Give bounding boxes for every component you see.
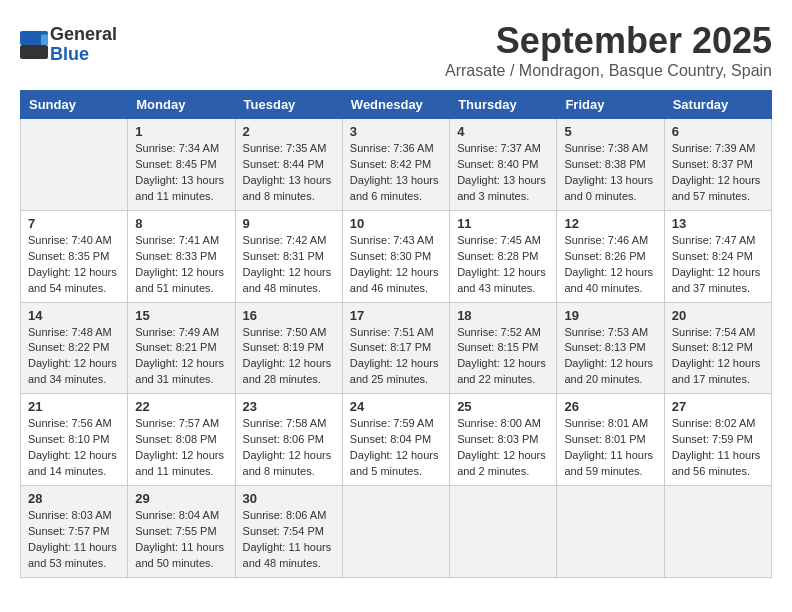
- calendar-cell: 3Sunrise: 7:36 AM Sunset: 8:42 PM Daylig…: [342, 119, 449, 211]
- day-info: Sunrise: 7:34 AM Sunset: 8:45 PM Dayligh…: [135, 141, 227, 205]
- day-number: 21: [28, 399, 120, 414]
- calendar-cell: [21, 119, 128, 211]
- day-number: 23: [243, 399, 335, 414]
- day-info: Sunrise: 7:35 AM Sunset: 8:44 PM Dayligh…: [243, 141, 335, 205]
- day-number: 20: [672, 308, 764, 323]
- day-number: 27: [672, 399, 764, 414]
- day-info: Sunrise: 7:49 AM Sunset: 8:21 PM Dayligh…: [135, 325, 227, 389]
- calendar-cell: 4Sunrise: 7:37 AM Sunset: 8:40 PM Daylig…: [450, 119, 557, 211]
- calendar-cell: [664, 486, 771, 578]
- day-number: 22: [135, 399, 227, 414]
- day-info: Sunrise: 7:41 AM Sunset: 8:33 PM Dayligh…: [135, 233, 227, 297]
- calendar-cell: 8Sunrise: 7:41 AM Sunset: 8:33 PM Daylig…: [128, 210, 235, 302]
- calendar-cell: 29Sunrise: 8:04 AM Sunset: 7:55 PM Dayli…: [128, 486, 235, 578]
- day-info: Sunrise: 7:52 AM Sunset: 8:15 PM Dayligh…: [457, 325, 549, 389]
- calendar-cell: 20Sunrise: 7:54 AM Sunset: 8:12 PM Dayli…: [664, 302, 771, 394]
- calendar-cell: 17Sunrise: 7:51 AM Sunset: 8:17 PM Dayli…: [342, 302, 449, 394]
- day-info: Sunrise: 8:02 AM Sunset: 7:59 PM Dayligh…: [672, 416, 764, 480]
- day-info: Sunrise: 7:47 AM Sunset: 8:24 PM Dayligh…: [672, 233, 764, 297]
- day-info: Sunrise: 7:37 AM Sunset: 8:40 PM Dayligh…: [457, 141, 549, 205]
- day-number: 17: [350, 308, 442, 323]
- calendar-cell: 30Sunrise: 8:06 AM Sunset: 7:54 PM Dayli…: [235, 486, 342, 578]
- day-number: 24: [350, 399, 442, 414]
- day-info: Sunrise: 7:46 AM Sunset: 8:26 PM Dayligh…: [564, 233, 656, 297]
- day-number: 13: [672, 216, 764, 231]
- calendar-week-row: 7Sunrise: 7:40 AM Sunset: 8:35 PM Daylig…: [21, 210, 772, 302]
- day-info: Sunrise: 7:54 AM Sunset: 8:12 PM Dayligh…: [672, 325, 764, 389]
- calendar-cell: [557, 486, 664, 578]
- day-info: Sunrise: 8:00 AM Sunset: 8:03 PM Dayligh…: [457, 416, 549, 480]
- day-number: 3: [350, 124, 442, 139]
- day-info: Sunrise: 7:58 AM Sunset: 8:06 PM Dayligh…: [243, 416, 335, 480]
- calendar-cell: [342, 486, 449, 578]
- weekday-header-sunday: Sunday: [21, 91, 128, 119]
- day-info: Sunrise: 8:03 AM Sunset: 7:57 PM Dayligh…: [28, 508, 120, 572]
- weekday-header-row: SundayMondayTuesdayWednesdayThursdayFrid…: [21, 91, 772, 119]
- logo: General Blue: [20, 25, 117, 65]
- weekday-header-thursday: Thursday: [450, 91, 557, 119]
- calendar-cell: 1Sunrise: 7:34 AM Sunset: 8:45 PM Daylig…: [128, 119, 235, 211]
- weekday-header-saturday: Saturday: [664, 91, 771, 119]
- calendar-cell: 12Sunrise: 7:46 AM Sunset: 8:26 PM Dayli…: [557, 210, 664, 302]
- day-info: Sunrise: 7:36 AM Sunset: 8:42 PM Dayligh…: [350, 141, 442, 205]
- calendar-cell: 27Sunrise: 8:02 AM Sunset: 7:59 PM Dayli…: [664, 394, 771, 486]
- day-number: 4: [457, 124, 549, 139]
- day-number: 19: [564, 308, 656, 323]
- day-info: Sunrise: 7:59 AM Sunset: 8:04 PM Dayligh…: [350, 416, 442, 480]
- day-number: 2: [243, 124, 335, 139]
- day-info: Sunrise: 7:45 AM Sunset: 8:28 PM Dayligh…: [457, 233, 549, 297]
- title-area: September 2025 Arrasate / Mondragon, Bas…: [445, 20, 772, 80]
- day-number: 10: [350, 216, 442, 231]
- calendar-cell: 5Sunrise: 7:38 AM Sunset: 8:38 PM Daylig…: [557, 119, 664, 211]
- calendar-week-row: 1Sunrise: 7:34 AM Sunset: 8:45 PM Daylig…: [21, 119, 772, 211]
- day-info: Sunrise: 7:48 AM Sunset: 8:22 PM Dayligh…: [28, 325, 120, 389]
- day-info: Sunrise: 7:42 AM Sunset: 8:31 PM Dayligh…: [243, 233, 335, 297]
- calendar-cell: 23Sunrise: 7:58 AM Sunset: 8:06 PM Dayli…: [235, 394, 342, 486]
- calendar-cell: 2Sunrise: 7:35 AM Sunset: 8:44 PM Daylig…: [235, 119, 342, 211]
- day-info: Sunrise: 8:06 AM Sunset: 7:54 PM Dayligh…: [243, 508, 335, 572]
- weekday-header-wednesday: Wednesday: [342, 91, 449, 119]
- day-info: Sunrise: 8:01 AM Sunset: 8:01 PM Dayligh…: [564, 416, 656, 480]
- calendar-cell: 19Sunrise: 7:53 AM Sunset: 8:13 PM Dayli…: [557, 302, 664, 394]
- page-header: General Blue September 2025 Arrasate / M…: [20, 20, 772, 80]
- day-number: 25: [457, 399, 549, 414]
- day-info: Sunrise: 7:53 AM Sunset: 8:13 PM Dayligh…: [564, 325, 656, 389]
- calendar-cell: 11Sunrise: 7:45 AM Sunset: 8:28 PM Dayli…: [450, 210, 557, 302]
- month-title: September 2025: [445, 20, 772, 62]
- day-number: 8: [135, 216, 227, 231]
- day-info: Sunrise: 7:56 AM Sunset: 8:10 PM Dayligh…: [28, 416, 120, 480]
- calendar-week-row: 14Sunrise: 7:48 AM Sunset: 8:22 PM Dayli…: [21, 302, 772, 394]
- day-number: 7: [28, 216, 120, 231]
- calendar-cell: 25Sunrise: 8:00 AM Sunset: 8:03 PM Dayli…: [450, 394, 557, 486]
- day-number: 18: [457, 308, 549, 323]
- day-info: Sunrise: 8:04 AM Sunset: 7:55 PM Dayligh…: [135, 508, 227, 572]
- svg-marker-2: [41, 34, 48, 45]
- day-number: 28: [28, 491, 120, 506]
- logo-text: General Blue: [50, 25, 117, 65]
- weekday-header-monday: Monday: [128, 91, 235, 119]
- day-number: 16: [243, 308, 335, 323]
- calendar-cell: 6Sunrise: 7:39 AM Sunset: 8:37 PM Daylig…: [664, 119, 771, 211]
- svg-rect-1: [20, 45, 48, 59]
- calendar-cell: 13Sunrise: 7:47 AM Sunset: 8:24 PM Dayli…: [664, 210, 771, 302]
- day-info: Sunrise: 7:43 AM Sunset: 8:30 PM Dayligh…: [350, 233, 442, 297]
- calendar-cell: [450, 486, 557, 578]
- day-number: 12: [564, 216, 656, 231]
- calendar-week-row: 21Sunrise: 7:56 AM Sunset: 8:10 PM Dayli…: [21, 394, 772, 486]
- logo-icon: [20, 31, 48, 59]
- logo-general: General: [50, 25, 117, 45]
- weekday-header-friday: Friday: [557, 91, 664, 119]
- day-info: Sunrise: 7:57 AM Sunset: 8:08 PM Dayligh…: [135, 416, 227, 480]
- day-number: 29: [135, 491, 227, 506]
- weekday-header-tuesday: Tuesday: [235, 91, 342, 119]
- calendar-cell: 10Sunrise: 7:43 AM Sunset: 8:30 PM Dayli…: [342, 210, 449, 302]
- calendar-cell: 16Sunrise: 7:50 AM Sunset: 8:19 PM Dayli…: [235, 302, 342, 394]
- calendar-cell: 9Sunrise: 7:42 AM Sunset: 8:31 PM Daylig…: [235, 210, 342, 302]
- day-number: 6: [672, 124, 764, 139]
- calendar-cell: 22Sunrise: 7:57 AM Sunset: 8:08 PM Dayli…: [128, 394, 235, 486]
- calendar-cell: 26Sunrise: 8:01 AM Sunset: 8:01 PM Dayli…: [557, 394, 664, 486]
- day-number: 14: [28, 308, 120, 323]
- calendar-table: SundayMondayTuesdayWednesdayThursdayFrid…: [20, 90, 772, 578]
- calendar-cell: 7Sunrise: 7:40 AM Sunset: 8:35 PM Daylig…: [21, 210, 128, 302]
- day-info: Sunrise: 7:51 AM Sunset: 8:17 PM Dayligh…: [350, 325, 442, 389]
